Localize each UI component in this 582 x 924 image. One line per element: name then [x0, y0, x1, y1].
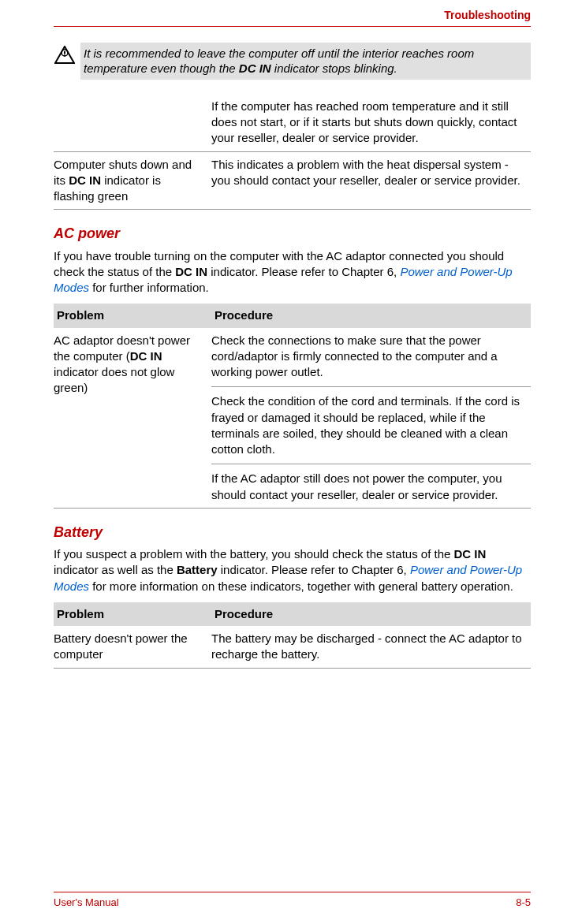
- procedure-text: Check the condition of the cord and term…: [211, 393, 531, 464]
- procedure-text: If the computer has reached room tempera…: [211, 99, 531, 147]
- table-header: Problem Procedure: [54, 602, 531, 626]
- page-header: Troubleshooting: [54, 8, 531, 27]
- battery-heading: Battery: [54, 523, 531, 542]
- ac-power-heading: AC power: [54, 224, 531, 243]
- procedure-text: The battery may be discharged - connect …: [211, 631, 531, 663]
- svg-rect-3: [64, 54, 65, 56]
- column-header-procedure: Procedure: [211, 307, 531, 323]
- page-footer: User's Manual 8-5: [54, 892, 531, 910]
- problem-text: Computer shuts down and its DC IN indica…: [54, 157, 211, 205]
- battery-intro: If you suspect a problem with the batter…: [54, 546, 531, 594]
- procedure-text: This indicates a problem with the heat d…: [211, 157, 531, 205]
- problem-text: AC adaptor doesn't power the computer (D…: [54, 333, 211, 503]
- column-header-problem: Problem: [54, 307, 211, 323]
- ac-power-intro: If you have trouble turning on the compu…: [54, 248, 531, 296]
- footer-right: 8-5: [516, 896, 531, 910]
- footer-left: User's Manual: [54, 896, 119, 910]
- table-row: If the computer has reached room tempera…: [54, 94, 531, 152]
- column-header-procedure: Procedure: [211, 606, 531, 622]
- procedure-text: If the AC adaptor still does not power t…: [211, 471, 531, 503]
- note-box: It is recommended to leave the computer …: [54, 43, 531, 80]
- svg-rect-2: [64, 51, 65, 54]
- warning-icon: [54, 46, 76, 65]
- table-row: Computer shuts down and its DC IN indica…: [54, 152, 531, 211]
- table-header: Problem Procedure: [54, 304, 531, 327]
- table-row: Battery doesn't power the computer The b…: [54, 626, 531, 669]
- column-header-problem: Problem: [54, 606, 211, 622]
- procedure-text: Check the connections to make sure that …: [211, 333, 531, 388]
- note-text: It is recommended to leave the computer …: [80, 43, 531, 80]
- table-row: AC adaptor doesn't power the computer (D…: [54, 328, 531, 509]
- problem-text: Battery doesn't power the computer: [54, 631, 211, 663]
